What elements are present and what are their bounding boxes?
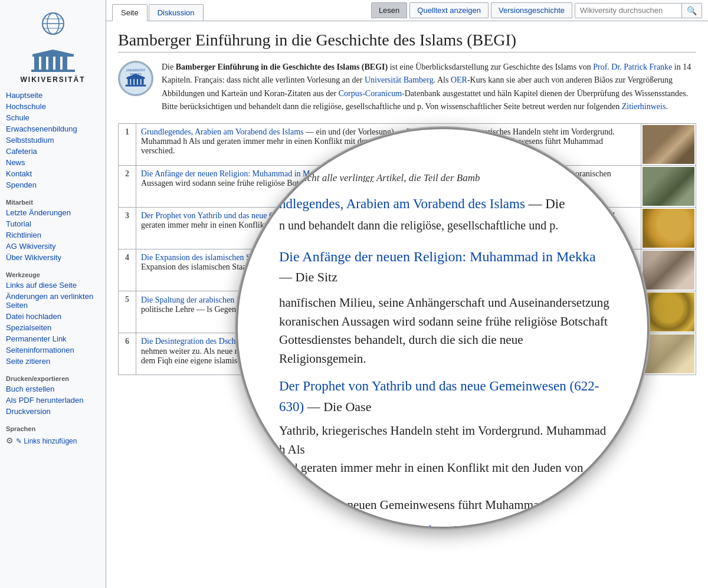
- mag-link-4[interactable]: Die Expansion des islamischen Staates un…: [279, 523, 605, 529]
- sidebar-item-erwachsenenbildung[interactable]: Erwachsenenbildung: [0, 123, 106, 134]
- nav-item[interactable]: Änderungen an verlinkten Seiten: [0, 291, 106, 311]
- search-button[interactable]: 🔍: [681, 4, 702, 18]
- nav-item[interactable]: Permanenter Link: [0, 333, 106, 344]
- sidebar-item-hauptseite[interactable]: Hauptseite: [0, 90, 106, 101]
- sidebar-item-hochschule[interactable]: Hochschule: [0, 101, 106, 112]
- table-row: 5 Die Spaltung der arabischen Stämme ein…: [119, 291, 696, 333]
- table-row: 2 Die Anfänge der neuen Religion: Muhamm…: [119, 165, 696, 207]
- chapter-image-2: [643, 167, 694, 206]
- article-intro-text: Die Bamberger Einführung in die Geschich…: [162, 61, 696, 114]
- nav-item[interactable]: Richtlinien: [0, 229, 106, 241]
- chapter-content: Der Prophet von Yathrib und das neue Gem…: [136, 207, 641, 249]
- nav-item[interactable]: Druckversion: [0, 406, 106, 417]
- sidebar-item-news[interactable]: News: [0, 157, 106, 168]
- nav-item[interactable]: Buch erstellen: [0, 383, 106, 395]
- sidebar-mitarbeit-section: Mitarbeit Letzte ÄnderungenTutorialRicht…: [0, 196, 106, 263]
- nav-item[interactable]: Seiteninformationen: [0, 344, 106, 356]
- nav-item[interactable]: Über Wikiversity: [0, 252, 106, 263]
- chapter-image-cell: [641, 123, 696, 165]
- left-tabs: Seite Diskussion: [106, 2, 205, 21]
- chapter-link-2[interactable]: Die Anfänge der neuen Religion: Muhammad…: [141, 169, 326, 178]
- sidebar-item-selbststudium[interactable]: Selbststudium: [0, 134, 106, 146]
- sidebar-item-spenden[interactable]: Spenden: [0, 179, 106, 190]
- main-navigation: HauptseiteHochschuleSchuleErwachsenenbil…: [0, 90, 106, 190]
- uni-logo-image: UNIVERSITÄT BAMBERG: [118, 61, 153, 96]
- logo-area: WIKIVERSITÄT: [0, 6, 106, 90]
- link-patrick-franke[interactable]: Prof. Dr. Patrick Franke: [593, 63, 672, 71]
- globe-icon: [30, 12, 77, 47]
- tab-versionsgeschichte[interactable]: Versionsgeschichte: [491, 2, 572, 18]
- add-links-button[interactable]: ✎ Links hinzufügen: [16, 437, 77, 445]
- tab-quelltext[interactable]: Quelltext anzeigen: [409, 2, 489, 18]
- chapter-image-cell: [641, 249, 696, 291]
- svg-rect-11: [31, 70, 75, 72]
- link-zitierhinweis[interactable]: Zitierhinweis: [622, 102, 666, 111]
- building-icon: [30, 50, 77, 73]
- sidebar-item-kontakt[interactable]: Kontakt: [0, 168, 106, 179]
- svg-rect-9: [55, 57, 60, 70]
- article-intro: UNIVERSITÄT BAMBERG: [118, 61, 696, 114]
- chapters-table: 1 Grundlegendes, Arabien am Vorabend des…: [118, 123, 696, 375]
- svg-rect-10: [63, 57, 67, 70]
- chapter-num: 5: [119, 291, 136, 333]
- nav-item[interactable]: Links auf diese Seite: [0, 280, 106, 291]
- sidebar-werkzeuge-section: Werkzeuge Links auf diese SeiteÄnderunge…: [0, 269, 106, 367]
- chapter-image-3: [643, 209, 694, 248]
- table-row: 1 Grundlegendes, Arabien am Vorabend des…: [119, 123, 696, 165]
- chapter-link-6[interactable]: Die Desintegration des Dschihad-Staa: [141, 337, 267, 346]
- svg-rect-20: [138, 79, 140, 85]
- mag-dash-3: — Die Oase: [307, 399, 372, 414]
- sidebar-drucken-section: Drucken/exportieren Buch erstellenAls PD…: [0, 373, 106, 417]
- table-row: 3 Der Prophet von Yathrib und das neue G…: [119, 207, 696, 249]
- link-uni-bamberg[interactable]: Universität Bamberg: [365, 75, 434, 84]
- chapter-image-cell: [641, 165, 696, 207]
- werkzeuge-section-title: Werkzeuge: [0, 269, 106, 280]
- tab-seite[interactable]: Seite: [112, 4, 148, 21]
- drucken-navigation: Buch erstellenAls PDF herunterladenDruck…: [0, 383, 106, 417]
- sprachen-section-title: Sprachen: [0, 423, 106, 433]
- right-tabs: Lesen Quelltext anzeigen Versionsgeschic…: [365, 0, 708, 21]
- chapter-num: 4: [119, 249, 136, 291]
- chapter-num: 6: [119, 333, 136, 375]
- chapter-content: Die Desintegration des Dschihad-Staa — e…: [136, 333, 641, 375]
- main-content-area: Seite Diskussion Lesen Quelltext anzeige…: [106, 0, 708, 588]
- gear-icon[interactable]: ⚙: [6, 436, 14, 446]
- chapter-link-1[interactable]: Grundlegendes, Arabien am Vorabend des I…: [141, 127, 304, 136]
- svg-rect-18: [131, 79, 133, 85]
- svg-rect-6: [34, 57, 39, 70]
- svg-rect-7: [41, 57, 46, 70]
- chapter-num: 1: [119, 123, 136, 165]
- nav-item[interactable]: Datei hochladen: [0, 311, 106, 322]
- nav-item[interactable]: Spezialseiten: [0, 322, 106, 333]
- chapter-content: Die Anfänge der neuen Religion: Muhammad…: [136, 165, 641, 207]
- chapter-link-4[interactable]: Die Expansion des islamischen Staates un…: [141, 253, 342, 262]
- sidebar-item-cafeteria[interactable]: Cafeteria: [0, 146, 106, 157]
- logo-text: WIKIVERSITÄT: [6, 75, 100, 84]
- tab-lesen[interactable]: Lesen: [371, 2, 407, 18]
- tab-diskussion[interactable]: Diskussion: [149, 4, 204, 21]
- search-input[interactable]: [575, 4, 681, 17]
- chapter-content: Grundlegendes, Arabien am Vorabend des I…: [136, 123, 641, 165]
- drucken-section-title: Drucken/exportieren: [0, 373, 106, 383]
- nav-item[interactable]: Letzte Änderungen: [0, 207, 106, 218]
- werkzeuge-navigation: Links auf diese SeiteÄnderungen an verli…: [0, 280, 106, 367]
- link-corpus-coranicum[interactable]: Corpus-Coranicum-: [339, 89, 405, 98]
- chapter-link-5[interactable]: Die Spaltung der arabischen Stämme eine …: [141, 295, 345, 304]
- topbar: Seite Diskussion Lesen Quelltext anzeige…: [106, 0, 708, 21]
- chapter-link-3[interactable]: Der Prophet von Yathrib und das neue Gem…: [141, 211, 351, 220]
- mag-text-3: Yathrib, kriegerisches Handeln steht im …: [279, 422, 609, 515]
- nav-item[interactable]: AG Wikiversity: [0, 241, 106, 252]
- university-logo: UNIVERSITÄT BAMBERG: [118, 61, 153, 114]
- chapter-num: 2: [119, 165, 136, 207]
- sidebar-main-nav: HauptseiteHochschuleSchuleErwachsenenbil…: [0, 90, 106, 190]
- svg-marker-12: [32, 50, 74, 54]
- article-content: Bamberger Einführung in die Geschichte d…: [106, 21, 708, 385]
- svg-rect-21: [142, 79, 144, 85]
- table-row: 4 Die Expansion des islamischen Staates …: [119, 249, 696, 291]
- nav-item[interactable]: Seite zitieren: [0, 356, 106, 367]
- nav-item[interactable]: Tutorial: [0, 218, 106, 229]
- sidebar-item-schule[interactable]: Schule: [0, 112, 106, 123]
- link-oer[interactable]: OER: [451, 75, 467, 84]
- search-box: 🔍: [575, 3, 702, 18]
- nav-item[interactable]: Als PDF herunterladen: [0, 395, 106, 406]
